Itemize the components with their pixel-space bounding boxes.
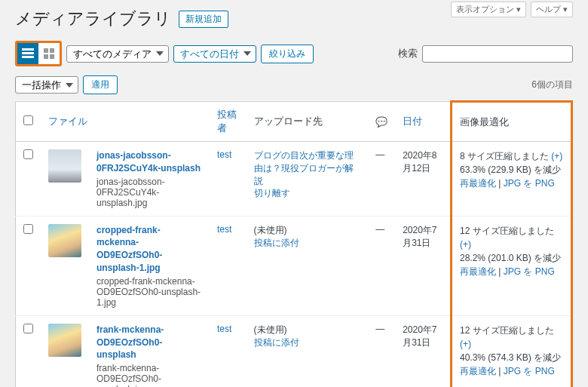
col-file[interactable]: ファイル <box>48 115 87 127</box>
search-label: 検索 <box>398 47 418 60</box>
page-title: メディアライブラリ <box>15 8 171 30</box>
opt-sizes: 12 サイズ圧縮しました (+) <box>460 324 563 351</box>
comments-icon: 💬 <box>375 116 387 127</box>
list-view-button[interactable] <box>17 43 38 64</box>
svg-rect-5 <box>44 54 48 59</box>
reoptimize-link[interactable]: 再最適化 <box>460 178 496 189</box>
date-cell: 2020年7月31日 <box>395 315 451 387</box>
table-row: jonas-jacobsson-0FRJ2SCuY4k-unsplashjona… <box>16 142 572 217</box>
comment-count: — <box>368 315 395 387</box>
table-row: cropped-frank-mckenna-OD9EOzfSOh0-unspla… <box>16 216 572 315</box>
svg-rect-3 <box>44 48 48 53</box>
file-name: frank-mckenna-OD9EOzfSOh0-unsplash.jpg <box>96 363 202 387</box>
attach-link[interactable]: 投稿に添付 <box>254 336 361 349</box>
reoptimize-link[interactable]: 再最適化 <box>460 266 496 277</box>
list-icon <box>22 48 34 59</box>
help-button[interactable]: ヘルプ ▾ <box>531 2 573 17</box>
upload-target-link[interactable]: ブログの目次が重要な理由は？現役ブロガーが解説 <box>254 149 361 187</box>
date-filter-select[interactable]: すべての日付 <box>173 45 256 63</box>
apply-button[interactable]: 適用 <box>83 75 118 94</box>
thumbnail[interactable] <box>48 149 81 183</box>
row-checkbox[interactable] <box>23 324 33 333</box>
search-input[interactable] <box>422 45 573 63</box>
svg-rect-2 <box>22 56 34 58</box>
svg-rect-0 <box>22 48 34 51</box>
reoptimize-link[interactable]: 再最適化 <box>460 366 496 376</box>
comment-count: — <box>368 216 395 315</box>
view-toggle <box>15 41 62 66</box>
date-cell: 2020年7月31日 <box>395 216 451 315</box>
opt-sizes: 8 サイズ圧縮しました (+) <box>460 149 563 163</box>
jpg-to-png-link[interactable]: JPG を PNG <box>504 366 555 376</box>
attach-link[interactable]: 投稿に添付 <box>254 237 361 250</box>
media-type-select[interactable]: すべてのメディア <box>66 45 169 63</box>
screen-options-button[interactable]: 表示オプション ▾ <box>451 2 526 17</box>
unused-label: (未使用) <box>254 324 287 335</box>
col-uploaded-to: アップロード先 <box>247 102 369 142</box>
svg-rect-4 <box>50 48 54 53</box>
unused-label: (未使用) <box>254 225 287 235</box>
col-date[interactable]: 日付 <box>403 115 422 127</box>
grid-view-button[interactable] <box>38 43 60 64</box>
col-author[interactable]: 投稿者 <box>217 109 237 134</box>
add-new-button[interactable]: 新規追加 <box>179 11 228 28</box>
author-link[interactable]: test <box>217 224 231 235</box>
select-all-checkbox[interactable] <box>23 115 33 125</box>
file-name: cropped-frank-mckenna-OD9EOzfSOh0-unspla… <box>96 276 202 308</box>
file-title-link[interactable]: cropped-frank-mckenna-OD9EOzfSOh0-unspla… <box>96 225 162 273</box>
items-count: 6個の項目 <box>531 78 573 91</box>
expand-icon[interactable]: (+) <box>460 239 471 250</box>
opt-saving: 40.3% (574.3 KB) を減少 <box>460 351 563 364</box>
file-name: jonas-jacobsson-0FRJ2SCuY4k-unsplash.jpg <box>96 177 202 208</box>
svg-rect-6 <box>50 54 54 59</box>
comment-count: — <box>368 142 395 217</box>
author-link[interactable]: test <box>217 149 231 160</box>
row-checkbox[interactable] <box>23 149 33 159</box>
table-row: frank-mckenna-OD9EOzfSOh0-unsplashfrank-… <box>16 315 572 387</box>
row-checkbox[interactable] <box>23 224 33 234</box>
opt-saving: 28.2% (201.0 KB) を減少 <box>460 251 563 265</box>
expand-icon[interactable]: (+) <box>551 151 562 161</box>
date-cell: 2020年8月12日 <box>395 142 451 217</box>
expand-icon[interactable]: (+) <box>460 339 471 349</box>
svg-rect-1 <box>22 52 34 54</box>
thumbnail[interactable] <box>48 224 81 257</box>
opt-sizes: 12 サイズ圧縮しました (+) <box>460 224 563 251</box>
filter-button[interactable]: 絞り込み <box>261 45 314 63</box>
detach-link[interactable]: 切り離す <box>254 187 361 200</box>
jpg-to-png-link[interactable]: JPG を PNG <box>504 266 555 277</box>
col-optimization: 画像最適化 <box>452 102 572 142</box>
thumbnail[interactable] <box>48 324 81 357</box>
media-table: ファイル 投稿者 アップロード先 💬 日付 画像最適化 jonas-jacobs… <box>15 100 573 387</box>
opt-saving: 63.3% (229.9 KB) を減少 <box>460 163 563 177</box>
file-title-link[interactable]: jonas-jacobsson-0FRJ2SCuY4k-unsplash <box>96 150 201 174</box>
file-title-link[interactable]: frank-mckenna-OD9EOzfSOh0-unsplash <box>96 324 164 361</box>
bulk-action-select[interactable]: 一括操作 <box>15 76 78 94</box>
jpg-to-png-link[interactable]: JPG を PNG <box>504 178 555 189</box>
author-link[interactable]: test <box>217 324 231 334</box>
grid-icon <box>44 48 54 59</box>
